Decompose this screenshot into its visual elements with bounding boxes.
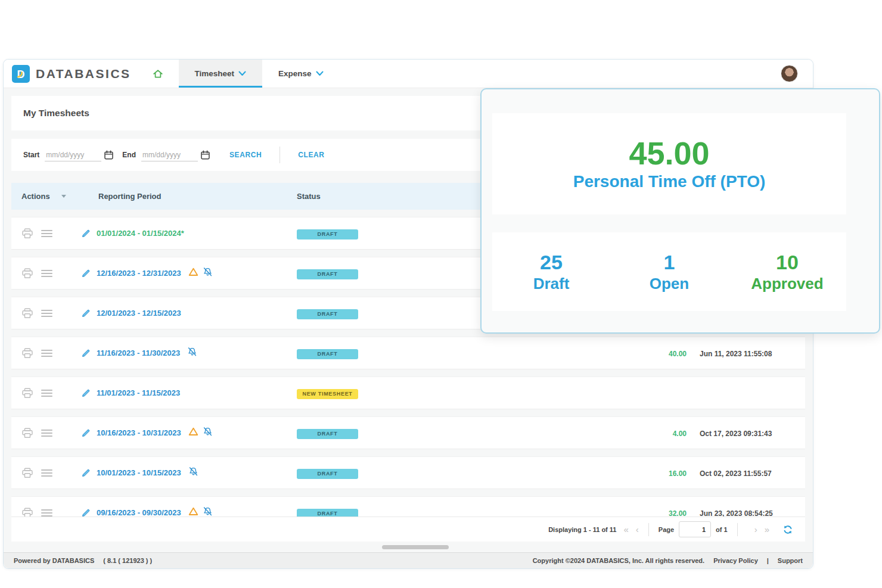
- scrollbar-thumb[interactable]: [382, 545, 449, 549]
- print-icon[interactable]: [21, 228, 33, 239]
- bell-off-icon: [187, 347, 197, 359]
- menu-icon[interactable]: [41, 509, 52, 517]
- timesheet-stats-panel: 25 Draft 1 Open 10 Approved: [492, 232, 846, 311]
- edit-pencil-icon[interactable]: [81, 428, 91, 438]
- page-number-input[interactable]: [679, 521, 711, 537]
- reporting-period-link[interactable]: 10/16/2023 - 10/31/2023: [97, 428, 181, 437]
- status-badge: DRAFT: [297, 309, 358, 319]
- home-icon[interactable]: [150, 66, 166, 82]
- last-saved-timestamp: Jun 11, 2023 11:55:08: [700, 350, 772, 358]
- edit-pencil-icon[interactable]: [81, 468, 91, 478]
- print-icon[interactable]: [21, 308, 33, 319]
- end-calendar-icon[interactable]: [200, 150, 210, 160]
- copyright-text: Copyright ©2024 DATABASICS, Inc. All rig…: [533, 557, 704, 564]
- status-badge: DRAFT: [297, 229, 358, 239]
- timesheet-row: 11/16/2023 - 11/30/2023 DRAFT: [11, 337, 805, 369]
- stat-draft-label: Draft: [492, 275, 610, 293]
- status-badge: DRAFT: [297, 469, 358, 479]
- menu-icon[interactable]: [41, 469, 52, 477]
- last-page-icon[interactable]: »: [765, 524, 769, 534]
- stat-approved-value: 10: [728, 250, 846, 275]
- pto-balance-label: Personal Time Off (PTO): [573, 172, 766, 191]
- reporting-period-link[interactable]: 11/16/2023 - 11/30/2023: [97, 349, 180, 357]
- edit-pencil-icon[interactable]: [81, 388, 91, 398]
- total-hours: 40.00: [669, 350, 687, 358]
- chevron-down-icon: [238, 71, 246, 76]
- tab-expense[interactable]: Expense: [262, 60, 340, 88]
- print-icon[interactable]: [21, 268, 33, 279]
- last-saved-timestamp: Oct 17, 2023 09:31:43: [700, 430, 772, 438]
- brand-name: DATABASICS: [36, 67, 131, 81]
- stat-draft: 25 Draft: [492, 250, 610, 293]
- menu-icon[interactable]: [41, 269, 52, 278]
- first-page-icon[interactable]: «: [623, 524, 628, 534]
- start-calendar-icon[interactable]: [104, 150, 114, 160]
- pagination-bar: Displaying 1 - 11 of 11 « ‹ Page of 1 › …: [11, 517, 805, 542]
- bell-off-icon: [203, 267, 213, 279]
- stat-open: 1 Open: [610, 250, 728, 293]
- app-header: D DATABASICS Timesheet Expense: [4, 60, 813, 88]
- footer-separator: |: [767, 557, 769, 564]
- print-icon[interactable]: [21, 388, 33, 399]
- reporting-period-link[interactable]: 12/16/2023 - 12/31/2023: [97, 269, 181, 278]
- end-date-input[interactable]: [141, 149, 198, 161]
- reporting-period-link[interactable]: 10/01/2023 - 10/15/2023: [97, 468, 181, 477]
- pagination-divider: [648, 523, 649, 536]
- edit-pencil-icon[interactable]: [81, 269, 91, 278]
- clear-button[interactable]: CLEAR: [298, 151, 324, 159]
- total-hours: 4.00: [673, 430, 687, 438]
- menu-icon[interactable]: [41, 349, 52, 357]
- stat-approved-label: Approved: [728, 275, 846, 293]
- next-page-icon[interactable]: ›: [754, 524, 757, 534]
- reporting-period-link[interactable]: 12/01/2023 - 12/15/2023: [97, 309, 181, 318]
- column-header-actions[interactable]: Actions: [11, 192, 77, 201]
- reporting-period-link[interactable]: 11/01/2023 - 11/15/2023: [97, 388, 180, 397]
- print-icon[interactable]: [21, 348, 33, 359]
- stat-draft-value: 25: [492, 250, 610, 275]
- search-divider: [279, 147, 280, 163]
- edit-pencil-icon[interactable]: [81, 309, 91, 318]
- databasics-logo-icon: D: [12, 65, 30, 83]
- menu-icon[interactable]: [41, 309, 52, 318]
- status-badge: NEW TIMESHEET: [297, 389, 358, 399]
- sort-caret-icon: [61, 195, 66, 198]
- main-nav: Timesheet Expense: [179, 60, 340, 88]
- end-date-label: End: [122, 151, 136, 159]
- reporting-period-link[interactable]: 09/16/2023 - 09/30/2023: [97, 508, 181, 517]
- last-saved-timestamp: Oct 02, 2023 11:55:57: [700, 469, 772, 478]
- start-date-input[interactable]: [45, 149, 101, 161]
- page-label: Page: [659, 526, 674, 533]
- edit-pencil-icon[interactable]: [81, 229, 91, 238]
- start-date-label: Start: [23, 151, 39, 159]
- menu-icon[interactable]: [41, 389, 52, 397]
- pto-balance-value: 45.00: [629, 136, 709, 170]
- refresh-icon[interactable]: [782, 524, 793, 535]
- status-badge: DRAFT: [297, 269, 358, 279]
- chevron-down-icon: [316, 71, 324, 76]
- privacy-policy-link[interactable]: Privacy Policy: [713, 557, 758, 564]
- print-icon[interactable]: [21, 428, 33, 438]
- reporting-period-link[interactable]: 01/01/2024 - 01/15/2024*: [97, 229, 184, 238]
- prev-page-icon[interactable]: ‹: [636, 524, 639, 534]
- menu-icon[interactable]: [41, 229, 52, 238]
- menu-icon[interactable]: [41, 429, 52, 437]
- total-hours: 16.00: [669, 469, 687, 478]
- bell-off-icon: [188, 466, 198, 479]
- search-button[interactable]: SEARCH: [229, 151, 262, 159]
- page-title: My Timesheets: [23, 108, 89, 119]
- stat-open-value: 1: [610, 250, 728, 275]
- pagination-divider: [737, 523, 738, 536]
- timesheet-row: 11/01/2023 - 11/15/2023 NEW TIMESHEET: [11, 377, 805, 409]
- user-avatar[interactable]: [781, 65, 798, 82]
- bell-off-icon: [203, 427, 213, 439]
- column-header-status: Status: [285, 192, 428, 201]
- app-footer: Powered by DATABASICS ( 8.1 ( 121923 ) )…: [4, 552, 813, 568]
- print-icon[interactable]: [21, 468, 33, 478]
- edit-pencil-icon[interactable]: [81, 349, 91, 358]
- screen: D DATABASICS Timesheet Expense: [0, 0, 882, 588]
- powered-by: Powered by DATABASICS: [14, 557, 94, 564]
- support-link[interactable]: Support: [778, 557, 803, 564]
- warning-icon: [188, 427, 198, 438]
- tab-timesheet[interactable]: Timesheet: [179, 60, 263, 88]
- tab-expense-label: Expense: [278, 69, 312, 78]
